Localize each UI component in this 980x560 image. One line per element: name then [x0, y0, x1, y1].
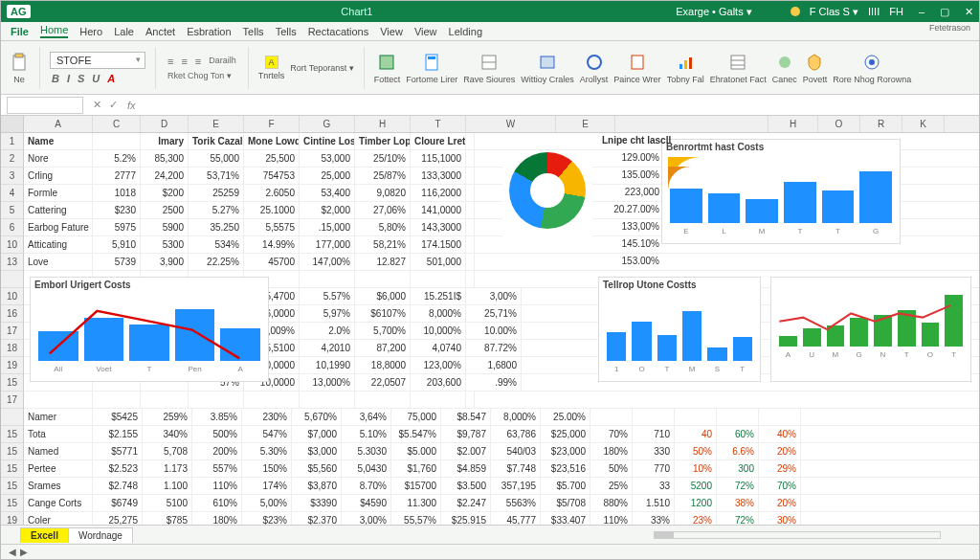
svg-point-16 [779, 56, 791, 68]
svg-rect-1 [15, 54, 23, 57]
grp-canec[interactable]: Canec [772, 52, 797, 84]
formula-bar: ✕ ✓ fx [1, 95, 979, 116]
tab-anctet[interactable]: Anctet [145, 26, 175, 37]
formula-input[interactable] [142, 100, 979, 111]
sort-button[interactable]: Rort Teporanst ▾ [290, 63, 353, 73]
chart-embori[interactable]: Emborl Urigert Costs AllVoetTPenA [30, 277, 269, 382]
class-dropdown[interactable]: F Clas S ▾ [810, 6, 858, 18]
align-left-icon[interactable]: ≡ [166, 56, 175, 67]
grp-tobny[interactable]: Tobny Fal [667, 52, 704, 84]
chart-benrortmt[interactable]: Benrortmt hast Costs ELMTTG [661, 139, 901, 244]
enter-icon[interactable]: ✓ [105, 99, 122, 111]
title-bar: AG Chart1 Exarge • Galts ▾ F Clas S ▾ II… [1, 1, 979, 22]
grp-rore[interactable]: Rore Nhog Rorowna [833, 52, 911, 84]
svg-point-8 [588, 56, 601, 69]
svg-rect-12 [689, 57, 692, 69]
svg-rect-2 [380, 56, 393, 69]
ribbon: Ne STOFE B I S U A ≡ ≡ ≡ Darailh Rket Ch… [1, 41, 979, 95]
ribbon-tabs: File Home Hero Lale Anctet Esbration Tel… [1, 22, 979, 41]
italic-button[interactable]: I [65, 73, 72, 84]
alignment-button[interactable]: Darailh [207, 56, 238, 67]
tab-rectacations[interactable]: Rectacations [308, 26, 369, 37]
title-center-right[interactable]: Exarge • Galts ▾ [676, 6, 752, 18]
grid: 1234561013101617181915171515151515191527… [1, 116, 979, 525]
row-headers: 1234561013101617181915171515151515191527… [1, 116, 24, 525]
font-name-select[interactable]: STOFE [50, 52, 145, 69]
align-group: ≡ ≡ ≡ Darailh Rket Chog Ton ▾ [166, 56, 238, 80]
tab-view[interactable]: View [380, 26, 403, 37]
grp-rave[interactable]: Rave Sioures [463, 52, 515, 84]
svg-point-18 [869, 59, 875, 65]
name-box[interactable] [7, 97, 83, 114]
grp-arollyst[interactable]: Arollyst [580, 52, 609, 84]
grp-fottect[interactable]: Fottect [374, 52, 401, 84]
font-color-icon[interactable]: A [105, 73, 117, 84]
cancel-icon[interactable]: ✕ [89, 99, 105, 111]
col-headers: A C D E F G H T W E H O R K [24, 116, 979, 133]
close-icon[interactable]: ✕ [965, 6, 973, 18]
sheet-tab-wordnage[interactable]: Wordnage [68, 527, 133, 543]
align-right-icon[interactable]: ≡ [193, 56, 203, 67]
chart-donut[interactable] [502, 152, 592, 248]
paste-icon[interactable] [9, 52, 30, 73]
sheet-tabs: Excell Wordnage [1, 525, 979, 544]
svg-rect-4 [428, 56, 435, 59]
tab-tells[interactable]: Tells [243, 26, 264, 37]
bold-button[interactable]: B [50, 73, 61, 84]
doc-title: Chart1 [38, 6, 677, 17]
font-block: STOFE B I S U A [50, 52, 145, 84]
grp-ehratonet[interactable]: Ehratonet Fact [710, 52, 767, 84]
grp-paince[interactable]: Paince Wrer [613, 52, 660, 84]
underline-button[interactable]: U [90, 73, 101, 84]
tab-esbration[interactable]: Esbration [187, 26, 231, 37]
maximize-icon[interactable]: ▢ [940, 6, 949, 18]
grp-fortome[interactable]: Fortome Lirer [406, 52, 457, 84]
chart-green[interactable]: AUMGNTOT [770, 277, 971, 382]
svg-rect-13 [731, 56, 745, 69]
qat-badge: AG [7, 5, 31, 18]
format-painter-button[interactable]: Rket Chog Ton ▾ [166, 71, 238, 80]
highlight-icon[interactable]: A [265, 56, 278, 69]
svg-rect-11 [684, 60, 687, 69]
nav-right-icon[interactable]: ▶ [20, 547, 28, 557]
status-bar: ◀ ▶ [1, 544, 979, 559]
horizontal-scrollbar[interactable] [654, 531, 941, 539]
svg-rect-9 [632, 56, 643, 69]
align-center-icon[interactable]: ≡ [179, 56, 189, 67]
cells[interactable]: Emborl Urigert Costs AllVoetTPenA Benror… [24, 133, 979, 525]
svg-rect-10 [679, 64, 682, 69]
grp-povett[interactable]: Povett [803, 52, 828, 84]
tab-lale[interactable]: Lale [114, 26, 134, 37]
tab-lelding[interactable]: Lelding [449, 26, 482, 37]
select-all-corner[interactable] [1, 116, 23, 133]
status-dot-icon [791, 7, 800, 16]
tab-file[interactable]: File [11, 26, 29, 37]
minimize-icon[interactable]: – [919, 6, 924, 17]
chart-tellrop[interactable]: Tellrop Utone Costts 1OTMST [598, 277, 761, 382]
tab-hero[interactable]: Hero [79, 26, 102, 37]
grp-wittioy[interactable]: Wittioy Crales [521, 52, 574, 84]
nav-left-icon[interactable]: ◀ [9, 547, 16, 557]
sheet-tab-excell[interactable]: Excell [20, 527, 69, 543]
svg-rect-7 [541, 56, 554, 68]
fx-icon[interactable]: fx [122, 100, 142, 111]
tab-tells2[interactable]: Tells [276, 26, 297, 37]
paste-group[interactable]: Ne [9, 52, 30, 84]
tab-view2[interactable]: View [414, 26, 437, 37]
tab-home[interactable]: Home [40, 24, 68, 38]
strike-button[interactable]: S [76, 73, 86, 84]
